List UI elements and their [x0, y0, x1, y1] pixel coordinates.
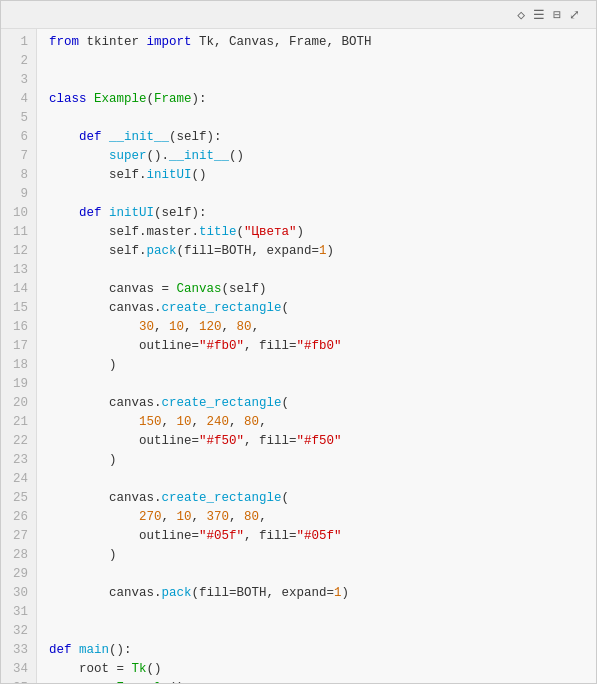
token-plain: ( — [282, 301, 290, 315]
code-content[interactable]: from tkinter import Tk, Canvas, Frame, B… — [37, 29, 596, 683]
code-line: outline="#05f", fill="#05f" — [49, 527, 596, 546]
line-number: 31 — [1, 603, 36, 622]
token-plain — [49, 510, 139, 524]
token-kw: def — [79, 206, 102, 220]
line-number: 10 — [1, 204, 36, 223]
token-cls: Example — [117, 681, 170, 683]
token-plain: root = — [79, 662, 132, 676]
code-line: def __init__(self): — [49, 128, 596, 147]
line-number: 25 — [1, 489, 36, 508]
token-plain — [49, 206, 79, 220]
token-plain — [49, 415, 139, 429]
token-plain: , — [229, 415, 244, 429]
line-number: 20 — [1, 394, 36, 413]
code-line: self.initUI() — [49, 166, 596, 185]
token-plain: canvas. — [109, 491, 162, 505]
token-plain: ( — [237, 225, 245, 239]
token-plain: outline= — [139, 529, 199, 543]
token-plain — [102, 130, 110, 144]
token-fn: __init__ — [169, 149, 229, 163]
code-line: ex = Example() — [49, 679, 596, 683]
token-plain: canvas = — [109, 282, 177, 296]
code-line: canvas.create_rectangle( — [49, 394, 596, 413]
token-plain — [102, 206, 110, 220]
token-fn: __init__ — [109, 130, 169, 144]
token-plain: Tk, Canvas, Frame, BOTH — [192, 35, 372, 49]
code-line — [49, 622, 596, 641]
external-icon[interactable]: ⤢ — [569, 7, 580, 23]
token-plain: ex = — [79, 681, 117, 683]
line-number: 1 — [1, 33, 36, 52]
line-number: 2 — [1, 52, 36, 71]
token-num: 80 — [244, 510, 259, 524]
token-plain: , fill= — [244, 434, 297, 448]
token-plain: self. — [109, 244, 147, 258]
code-line — [49, 109, 596, 128]
token-num: 370 — [207, 510, 230, 524]
code-line: from tkinter import Tk, Canvas, Frame, B… — [49, 33, 596, 52]
line-number: 15 — [1, 299, 36, 318]
code-editor-window: ◇ ☰ ⊟ ⤢ 12345678910111213141516171819202… — [0, 0, 597, 684]
token-plain — [49, 681, 79, 683]
list-icon[interactable]: ☰ — [533, 7, 545, 23]
code-line: outline="#fb0", fill="#fb0" — [49, 337, 596, 356]
token-plain: () — [169, 681, 184, 683]
token-kw: class — [49, 92, 87, 106]
line-number: 4 — [1, 90, 36, 109]
line-number: 7 — [1, 147, 36, 166]
token-plain: , — [162, 510, 177, 524]
token-plain: (self) — [222, 282, 267, 296]
titlebar: ◇ ☰ ⊟ ⤢ — [1, 1, 596, 29]
token-plain: ( — [147, 92, 155, 106]
token-plain — [49, 586, 109, 600]
token-kw: def — [79, 130, 102, 144]
code-line: canvas.pack(fill=BOTH, expand=1) — [49, 584, 596, 603]
code-line: super().__init__() — [49, 147, 596, 166]
token-str: "#f50" — [199, 434, 244, 448]
token-plain: self. — [109, 168, 147, 182]
token-fn: main — [79, 643, 109, 657]
token-plain: , — [192, 510, 207, 524]
code-line: def main(): — [49, 641, 596, 660]
token-plain: ( — [282, 491, 290, 505]
line-number: 9 — [1, 185, 36, 204]
token-num: 1 — [334, 586, 342, 600]
token-plain — [49, 168, 109, 182]
token-plain: canvas. — [109, 586, 162, 600]
token-plain — [49, 225, 109, 239]
token-plain — [49, 282, 109, 296]
diamond-icon[interactable]: ◇ — [517, 7, 525, 23]
token-plain: , — [259, 510, 267, 524]
line-number: 13 — [1, 261, 36, 280]
token-str: "#05f" — [297, 529, 342, 543]
token-plain — [87, 92, 95, 106]
line-number: 3 — [1, 71, 36, 90]
line-number: 17 — [1, 337, 36, 356]
line-number: 28 — [1, 546, 36, 565]
token-plain — [49, 339, 139, 353]
token-num: 80 — [237, 320, 252, 334]
token-plain: outline= — [139, 339, 199, 353]
token-plain: , — [192, 415, 207, 429]
token-plain: (self): — [154, 206, 207, 220]
token-kw: def — [49, 643, 72, 657]
token-plain: (self): — [169, 130, 222, 144]
code-line: ) — [49, 546, 596, 565]
line-number: 35 — [1, 679, 36, 683]
token-str: "#f50" — [297, 434, 342, 448]
token-plain: ) — [327, 244, 335, 258]
token-num: 120 — [199, 320, 222, 334]
code-line: canvas.create_rectangle( — [49, 489, 596, 508]
token-num: 240 — [207, 415, 230, 429]
token-num: 270 — [139, 510, 162, 524]
token-str: "#fb0" — [199, 339, 244, 353]
line-number: 33 — [1, 641, 36, 660]
token-num: 30 — [139, 320, 154, 334]
token-plain — [49, 662, 79, 676]
token-plain: (): — [109, 643, 132, 657]
grid-icon[interactable]: ⊟ — [553, 7, 561, 23]
token-plain — [49, 434, 139, 448]
line-number: 26 — [1, 508, 36, 527]
code-line — [49, 470, 596, 489]
token-kw: from — [49, 35, 79, 49]
